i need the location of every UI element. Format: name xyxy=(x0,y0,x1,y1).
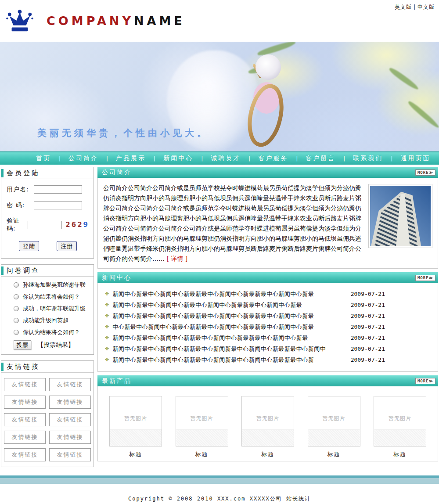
profile-detail-link[interactable]: [ 详情 ] xyxy=(166,255,187,262)
news-item: ✤ 新闻中心新最中心新闻中心新新最中心新闻中心新最新最中心新闻中心新最 2009… xyxy=(101,332,434,343)
crown-logo-icon xyxy=(6,8,33,34)
friendly-link[interactable]: 友情链接 xyxy=(49,431,91,444)
news-item-link[interactable]: 新闻中心新最中心新闻中心新新最中心新闻新最中心新闻中心新最新最中心新闻中 xyxy=(112,345,326,353)
login-button[interactable]: 登陆 xyxy=(19,241,39,251)
main-navigation: 首页| 公司简介| 产品展示| 新闻中心| 诚聘英才| 客户服务| 客户留言| … xyxy=(0,151,439,165)
nav-item-about[interactable]: 公司简介 xyxy=(68,155,98,162)
password-input[interactable] xyxy=(34,201,82,209)
news-item-link[interactable]: 中心新最中心新闻中心新最心新新最中心新闻中心新最新最中心新闻中心新最 xyxy=(112,323,314,331)
product-title[interactable]: 标题 xyxy=(109,450,162,458)
content-area: 会员登陆 用户名: 密 码: 验证码: 2629 登陆 注册 xyxy=(0,165,439,473)
news-item-date: 2009-07-21 xyxy=(351,324,385,330)
news-bullet-icon: ✤ xyxy=(105,324,109,330)
news-item: ✤ 新闻中心新最中心新闻中心新新最中心新闻新最中心新闻中心新最新最中心新 200… xyxy=(101,354,434,365)
friendly-link[interactable]: 友情链接 xyxy=(49,448,91,461)
main-column: 公司简介 MORE≫ xyxy=(97,167,438,473)
profile-section-header: 公司简介 MORE≫ xyxy=(97,167,438,178)
news-item-link[interactable]: 新闻中心新最中心新闻中心新新最中心新闻中心新最新最中心新闻中心新最 xyxy=(112,334,308,342)
news-bullet-icon: ✤ xyxy=(105,302,109,308)
nav-separator: | xyxy=(154,155,155,162)
news-item: ✤ 中心新最中心新闻中心新最心新新最中心新闻中心新最新最中心新闻中心新最 200… xyxy=(101,321,434,332)
username-row: 用户名: xyxy=(7,185,89,194)
links-grid: 友情链接 友情链接 友情链接 友情链接 友情链接 友情链接 友情链接 友情链接 … xyxy=(1,373,94,467)
friendly-link[interactable]: 友情链接 xyxy=(4,413,46,426)
nav-item-general[interactable]: 通用页面 xyxy=(400,155,430,162)
username-input[interactable] xyxy=(34,185,82,194)
leaf-decoration xyxy=(407,100,439,129)
product-title[interactable]: 标题 xyxy=(374,450,426,458)
nav-separator: | xyxy=(106,155,108,162)
logo-text-company: COMPANY xyxy=(47,14,134,28)
survey-option: 成功，明年谢菲联能升级 xyxy=(14,305,91,313)
product-card: 暂无图片 标题 xyxy=(308,396,360,458)
nav-item-jobs[interactable]: 诚聘英才 xyxy=(211,155,241,162)
nav-item-home[interactable]: 首页 xyxy=(36,155,51,162)
no-image-label: 暂无图片 xyxy=(308,415,360,422)
survey-panel: 问卷调查 孙继海加盟英冠的谢菲联 你认为结果将会如何？ 成功，明年谢菲联能升级 xyxy=(1,264,94,355)
nav-item-products[interactable]: 产品展示 xyxy=(116,155,146,162)
nav-separator: | xyxy=(59,155,61,162)
news-item: ✤ 新闻中心新最中心新闻中心新最新最中心新闻中心新最新最中心新闻中心新最 200… xyxy=(101,288,434,299)
nav-item-news[interactable]: 新闻中心 xyxy=(163,155,193,162)
product-image-placeholder[interactable]: 暂无图片 xyxy=(176,396,228,446)
product-title[interactable]: 标题 xyxy=(241,450,294,458)
news-item: ✤ 新闻中心新最中心新闻中心新新最中心新闻新最中心新闻中心新最新最中心新闻中 2… xyxy=(101,343,434,354)
links-panel-title: 友情链接 xyxy=(7,363,40,371)
radio-button-icon[interactable] xyxy=(14,282,19,288)
vote-results-link[interactable]: 【投票结果】 xyxy=(37,341,74,349)
radio-button-icon[interactable] xyxy=(14,330,19,335)
captcha-digit: 2 xyxy=(65,221,71,229)
products-grid: 暂无图片 标题 暂无图片 标题 暂无图片 xyxy=(97,386,438,461)
profile-more-button[interactable]: MORE≫ xyxy=(415,169,435,176)
nav-item-service[interactable]: 客户服务 xyxy=(258,155,288,162)
friendly-link[interactable]: 友情链接 xyxy=(49,396,91,409)
register-button[interactable]: 注册 xyxy=(57,241,77,251)
product-image-placeholder[interactable]: 暂无图片 xyxy=(109,396,162,446)
nav-separator: | xyxy=(391,155,392,162)
friendly-link[interactable]: 友情链接 xyxy=(49,413,91,426)
password-row: 密 码: xyxy=(7,201,89,209)
pearl-ring-image xyxy=(239,50,309,151)
nav-separator: | xyxy=(201,155,203,162)
news-section-title: 新闻中心 xyxy=(102,274,132,282)
placeholder-texture xyxy=(374,429,426,446)
friendly-link[interactable]: 友情链接 xyxy=(4,378,46,391)
product-image-placeholder[interactable]: 暂无图片 xyxy=(308,396,360,446)
news-bullet-icon: ✤ xyxy=(105,357,109,363)
radio-button-icon[interactable] xyxy=(14,306,19,311)
news-more-button[interactable]: MORE≫ xyxy=(415,275,435,281)
lang-chinese-link[interactable]: 中文版 xyxy=(417,4,435,10)
vote-button[interactable]: 投票 xyxy=(14,340,31,350)
friendly-link[interactable]: 友情链接 xyxy=(4,396,46,409)
survey-panel-header: 问卷调查 xyxy=(1,265,94,277)
news-bullet-icon: ✤ xyxy=(105,346,109,352)
radio-button-icon[interactable] xyxy=(14,318,19,323)
product-image-placeholder[interactable]: 暂无图片 xyxy=(241,396,294,446)
products-more-button[interactable]: MORE≫ xyxy=(415,378,435,384)
copyright-line: Copyright © 2008-2010 XXX.com XXXXX公司 站长… xyxy=(0,495,439,503)
captcha-input[interactable] xyxy=(28,221,62,229)
survey-option: 孙继海加盟英冠的谢菲联 xyxy=(14,281,91,289)
friendly-link[interactable]: 友情链接 xyxy=(49,378,91,391)
product-image-placeholder[interactable]: 暂无图片 xyxy=(374,396,426,446)
nav-item-guestbook[interactable]: 客户留言 xyxy=(306,155,335,162)
friendly-link[interactable]: 友情链接 xyxy=(4,431,46,444)
company-logo-text: COMPANYNAME xyxy=(47,14,185,28)
news-item-link[interactable]: 新闻中心新最中心新闻中心新新最中心新闻新最中心新闻中心新最新最中心新 xyxy=(112,356,314,364)
news-item-link[interactable]: 新闻中心新最中心新闻中心新最新最中心新闻中心新最新最中心新闻中心新最 xyxy=(112,290,314,298)
news-item-link[interactable]: 新闻中心新最中心新闻中心新最新最中心新闻中心新最新最中心新闻中心新最 xyxy=(112,312,314,320)
friendly-link[interactable]: 友情链接 xyxy=(4,448,46,461)
news-bullet-icon: ✤ xyxy=(105,335,109,341)
radio-button-icon[interactable] xyxy=(14,294,19,299)
product-title[interactable]: 标题 xyxy=(308,450,360,458)
nav-item-contact[interactable]: 联系我们 xyxy=(353,155,383,162)
survey-option-label: 成功能升级回英超 xyxy=(23,317,68,324)
product-card: 暂无图片 标题 xyxy=(241,396,294,458)
leaf-decoration xyxy=(388,66,420,91)
news-item-link[interactable]: 新闻中心新最中心新闻中心新最中心新闻中心新最新最中心新闻中心新最 xyxy=(112,301,302,309)
no-image-label: 暂无图片 xyxy=(110,415,162,422)
nav-separator: | xyxy=(296,155,298,162)
lang-english-link[interactable]: 英文版 xyxy=(395,4,412,10)
product-title[interactable]: 标题 xyxy=(176,450,228,458)
news-item: ✤ 新闻中心新最中心新闻中心新最中心新闻中心新最新最中心新闻中心新最 2009-… xyxy=(101,299,434,310)
